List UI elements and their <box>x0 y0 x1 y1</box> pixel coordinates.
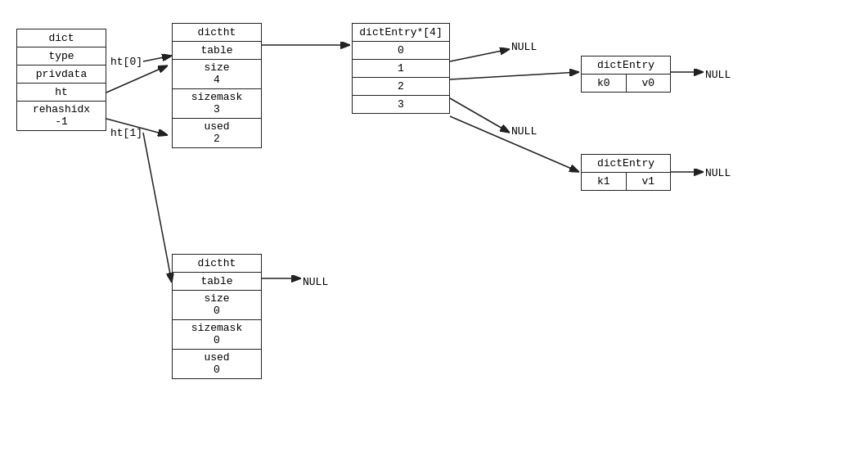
null-after-bottom: NULL <box>705 167 731 179</box>
diagram: dict type privdata ht rehashidx -1 ht[0]… <box>0 0 868 452</box>
ht0-label: ht[0] <box>110 56 142 68</box>
svg-line-9 <box>450 98 510 133</box>
null-row0: NULL <box>511 41 537 53</box>
dictentry-bottom-k1: k1 <box>582 173 627 190</box>
dictht-top-size: size 4 <box>173 60 261 89</box>
dict-cell-rehashidx: rehashidx -1 <box>17 102 106 130</box>
dictht-bottom-sizemask: sizemask 0 <box>173 320 261 350</box>
dictentry-bottom-box: dictEntry k1 v1 <box>581 154 671 191</box>
svg-line-7 <box>450 49 510 61</box>
dictentry-top-k0: k0 <box>582 75 627 92</box>
dictentry-bottom-title: dictEntry <box>582 155 670 173</box>
dictht-bottom-title: dictht <box>173 255 261 273</box>
svg-line-3 <box>143 56 172 61</box>
dictentry-array-box: dictEntry*[4] 0 1 2 3 <box>352 23 450 114</box>
dictentry-array-2: 2 <box>353 78 449 96</box>
null-row2: NULL <box>511 125 537 138</box>
dict-cell-title: dict <box>17 29 106 47</box>
dict-cell-privdata: privdata <box>17 66 106 84</box>
dictentry-array-0: 0 <box>353 42 449 60</box>
svg-line-4 <box>143 133 172 282</box>
null-after-top: NULL <box>705 69 731 81</box>
dictht-bottom-table: table <box>173 273 261 291</box>
dictentry-array-title: dictEntry*[4] <box>353 24 449 42</box>
dictentry-top-v0: v0 <box>627 75 671 92</box>
dictht-top-used: used 2 <box>173 119 261 147</box>
dictht-bottom-used: used 0 <box>173 350 261 378</box>
dictentry-top-title: dictEntry <box>582 56 670 75</box>
dictht-top-sizemask: sizemask 3 <box>173 89 261 119</box>
dict-cell-type: type <box>17 47 106 66</box>
null-bottom-table: NULL <box>303 276 328 288</box>
dictht-bottom-size: size 0 <box>173 291 261 320</box>
dictht-top-box: dictht table size 4 sizemask 3 used 2 <box>172 23 262 148</box>
dictentry-array-1: 1 <box>353 60 449 78</box>
dictht-bottom-box: dictht table size 0 sizemask 0 used 0 <box>172 254 262 379</box>
dict-cell-ht: ht <box>17 84 106 102</box>
dictentry-top-box: dictEntry k0 v0 <box>581 56 671 93</box>
ht1-label: ht[1] <box>110 127 142 139</box>
svg-line-1 <box>106 66 168 93</box>
dictentry-array-3: 3 <box>353 96 449 113</box>
dict-box: dict type privdata ht rehashidx -1 <box>16 29 106 131</box>
svg-line-8 <box>450 72 579 79</box>
dictht-top-title: dictht <box>173 24 261 42</box>
dictht-top-table: table <box>173 42 261 60</box>
dictentry-bottom-v1: v1 <box>627 173 671 190</box>
